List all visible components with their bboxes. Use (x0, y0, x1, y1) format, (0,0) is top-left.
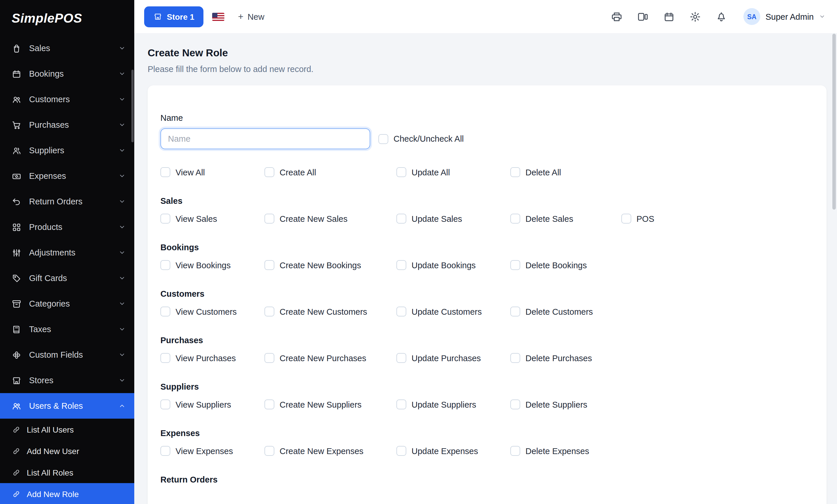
permission-checkbox[interactable]: Delete Expenses (510, 446, 621, 456)
permission-checkbox[interactable]: Create New Expenses (265, 446, 396, 456)
chevron-down-icon (119, 249, 126, 256)
permission-checkbox[interactable]: Delete Suppliers (510, 399, 621, 409)
sidebar-item-return-orders[interactable]: Return Orders (0, 189, 134, 214)
checkbox-box[interactable] (378, 134, 388, 144)
checkbox-box[interactable] (510, 306, 520, 316)
checkbox-box[interactable] (265, 306, 274, 316)
permission-checkbox[interactable]: Update Suppliers (396, 399, 510, 409)
new-button[interactable]: + New (234, 11, 268, 22)
sidebar-subitem-list-all-users[interactable]: List All Users (0, 419, 134, 440)
permission-checkbox[interactable]: View Bookings (160, 260, 265, 270)
sidebar-item-users-roles[interactable]: Users & Roles (0, 393, 134, 419)
permission-checkbox[interactable]: Delete All (510, 167, 621, 177)
permission-checkbox[interactable]: Update Expenses (396, 446, 510, 456)
user-menu[interactable]: SA Super Admin (744, 8, 825, 25)
checkbox-box[interactable] (396, 306, 406, 316)
permission-checkbox[interactable]: View Customers (160, 306, 265, 316)
checkbox-box[interactable] (160, 306, 170, 316)
checkbox-box[interactable] (265, 353, 274, 363)
checkbox-box[interactable] (160, 214, 170, 224)
cards-icon[interactable] (637, 11, 649, 22)
sidebar-scrollbar-thumb[interactable] (131, 70, 134, 142)
checkbox-box[interactable] (265, 214, 274, 224)
permission-checkbox[interactable]: Delete Purchases (510, 353, 621, 363)
checkbox-box[interactable] (510, 353, 520, 363)
sidebar-item-sales[interactable]: Sales (0, 35, 134, 61)
sidebar-item-bookings[interactable]: Bookings (0, 61, 134, 87)
permission-checkbox[interactable]: View All (160, 167, 265, 177)
permission-checkbox[interactable]: Update Sales (396, 214, 510, 224)
language-flag-us[interactable] (212, 13, 225, 21)
permission-checkbox[interactable]: View Sales (160, 214, 265, 224)
link-icon (12, 447, 20, 455)
checkbox-box[interactable] (510, 260, 520, 270)
name-input[interactable] (160, 128, 370, 149)
sidebar-item-label: Stores (29, 376, 53, 385)
permission-checkbox[interactable]: Update All (396, 167, 510, 177)
checkbox-box[interactable] (265, 260, 274, 270)
permission-checkbox[interactable]: POS (621, 214, 814, 224)
sidebar-item-custom-fields[interactable]: Custom Fields (0, 342, 134, 368)
sidebar-item-purchases[interactable]: Purchases (0, 112, 134, 137)
checkbox-box[interactable] (160, 167, 170, 177)
calendar-icon[interactable] (663, 11, 675, 22)
permission-checkbox[interactable]: View Purchases (160, 353, 265, 363)
checkbox-box[interactable] (160, 446, 170, 456)
permission-checkbox[interactable]: Create New Sales (265, 214, 396, 224)
permission-checkbox[interactable]: Create New Purchases (265, 353, 396, 363)
sidebar-item-label: Taxes (29, 324, 51, 334)
checkbox-box[interactable] (160, 260, 170, 270)
permission-checkbox[interactable]: Update Purchases (396, 353, 510, 363)
checkbox-box[interactable] (621, 214, 631, 224)
checkbox-box[interactable] (510, 446, 520, 456)
checkbox-box[interactable] (510, 167, 520, 177)
permission-checkbox[interactable]: Delete Customers (510, 306, 621, 316)
checkbox-box[interactable] (396, 260, 406, 270)
permission-checkbox[interactable]: View Suppliers (160, 399, 265, 409)
permission-checkbox[interactable]: Delete Bookings (510, 260, 621, 270)
sidebar-subitem-add-new-role[interactable]: Add New Role (0, 483, 134, 504)
checkbox-box[interactable] (396, 446, 406, 456)
sidebar-subitem-list-all-roles[interactable]: List All Roles (0, 462, 134, 483)
checkbox-box[interactable] (265, 446, 274, 456)
checkbox-box[interactable] (396, 167, 406, 177)
checkbox-box[interactable] (160, 399, 170, 409)
sidebar-item-categories[interactable]: Categories (0, 291, 134, 316)
sidebar-item-stores[interactable]: Stores (0, 368, 134, 393)
sidebar-item-customers[interactable]: Customers (0, 87, 134, 112)
checkbox-box[interactable] (160, 353, 170, 363)
sidebar-item-gift-cards[interactable]: Gift Cards (0, 265, 134, 291)
bell-icon[interactable] (715, 11, 727, 22)
sidebar-item-products[interactable]: Products (0, 214, 134, 240)
permission-checkbox[interactable]: Update Customers (396, 306, 510, 316)
sidebar-item-suppliers[interactable]: Suppliers (0, 137, 134, 163)
sidebar-item-expenses[interactable]: Expenses (0, 163, 134, 189)
permission-checkbox[interactable]: Create New Customers (265, 306, 396, 316)
chevron-down-icon (119, 45, 126, 52)
avatar: SA (744, 8, 760, 25)
permission-checkbox[interactable]: View Expenses (160, 446, 265, 456)
checkbox-box[interactable] (396, 399, 406, 409)
page-scrollbar-thumb[interactable] (832, 34, 836, 210)
sidebar-subitem-add-new-user[interactable]: Add New User (0, 440, 134, 462)
sidebar-item-adjustments[interactable]: Adjustments (0, 240, 134, 265)
checkbox-box[interactable] (396, 214, 406, 224)
printer-icon[interactable] (611, 11, 623, 22)
permission-checkbox[interactable]: Update Bookings (396, 260, 510, 270)
permission-checkbox[interactable]: Create New Bookings (265, 260, 396, 270)
permission-checkbox[interactable]: Create All (265, 167, 396, 177)
checkbox-box[interactable] (265, 399, 274, 409)
permission-checkbox[interactable]: Create New Suppliers (265, 399, 396, 409)
gear-icon[interactable] (689, 11, 701, 22)
store-selector-button[interactable]: Store 1 (144, 6, 204, 27)
permission-checkbox[interactable]: Delete Sales (510, 214, 621, 224)
checkbox-box[interactable] (396, 353, 406, 363)
section-title-purchases: Purchases (160, 336, 814, 345)
chevron-down-icon (119, 70, 126, 77)
checkbox-box[interactable] (510, 214, 520, 224)
checkbox-box[interactable] (265, 167, 274, 177)
sidebar-item-taxes[interactable]: Taxes (0, 316, 134, 342)
checkbox-box[interactable] (510, 399, 520, 409)
link-icon (12, 490, 20, 498)
check-uncheck-all-checkbox[interactable]: Check/Uncheck All (378, 134, 464, 144)
